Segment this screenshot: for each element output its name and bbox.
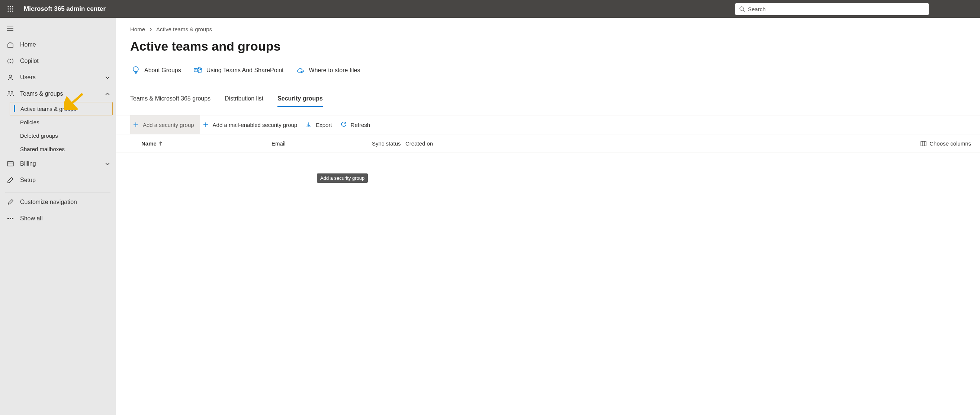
- svg-point-2: [12, 6, 13, 7]
- chevron-up-icon: [105, 91, 110, 97]
- info-link-label: Where to store files: [309, 67, 360, 74]
- column-label: Name: [141, 140, 157, 147]
- sidebar-item-setup[interactable]: Setup: [0, 172, 116, 188]
- svg-point-6: [8, 10, 8, 11]
- sidebar-subitem-shared-mailboxes[interactable]: Shared mailboxes: [0, 142, 116, 156]
- cmd-label: Add a mail-enabled security group: [213, 122, 298, 128]
- svg-point-1: [10, 6, 11, 7]
- column-header-sync[interactable]: Sync status: [372, 140, 406, 147]
- column-label: Email: [272, 140, 286, 147]
- customize-icon: [7, 198, 14, 206]
- sidebar-item-label: Customize navigation: [20, 199, 110, 206]
- more-icon: [7, 215, 14, 222]
- sort-asc-icon: [159, 141, 162, 146]
- nav-collapse-button[interactable]: [0, 20, 116, 37]
- sidebar-item-users[interactable]: Users: [0, 69, 116, 86]
- app-title: Microsoft 365 admin center: [24, 5, 106, 13]
- svg-point-8: [12, 10, 13, 11]
- download-icon: [305, 121, 312, 128]
- cmd-label: Export: [316, 122, 332, 128]
- copilot-icon: [7, 57, 14, 65]
- search-box[interactable]: [735, 3, 929, 15]
- sidebar-item-customize[interactable]: Customize navigation: [0, 194, 116, 210]
- waffle-icon: [8, 6, 13, 12]
- svg-point-7: [10, 10, 11, 11]
- svg-point-19: [8, 218, 9, 219]
- add-security-group-button[interactable]: Add a security group: [130, 115, 200, 134]
- info-link-label: Using Teams And SharePoint: [207, 67, 284, 74]
- app-launcher-button[interactable]: [3, 2, 18, 16]
- svg-point-14: [9, 75, 12, 78]
- sidebar-item-billing[interactable]: Billing: [0, 156, 116, 172]
- teams-icon: T: [194, 66, 202, 75]
- sidebar-item-teams-groups[interactable]: Teams & groups: [0, 86, 116, 102]
- groups-icon: [7, 90, 14, 97]
- info-links-row: About Groups T Using Teams And SharePoin…: [116, 66, 980, 75]
- svg-point-29: [200, 68, 202, 70]
- sidebar-subitem-active-teams[interactable]: Active teams & groups: [10, 102, 113, 115]
- users-icon: [7, 74, 14, 81]
- sidebar-item-label: Billing: [20, 160, 99, 167]
- command-bar: Add a security group Add a mail-enabled …: [116, 115, 980, 134]
- refresh-button[interactable]: Refresh: [338, 115, 376, 134]
- svg-rect-39: [921, 141, 926, 146]
- tab-distribution-list[interactable]: Distribution list: [224, 95, 263, 107]
- add-mail-security-group-button[interactable]: Add a mail-enabled security group: [200, 115, 304, 134]
- column-label: Created on: [406, 140, 433, 147]
- chevron-down-icon: [105, 75, 110, 80]
- search-icon: [739, 6, 745, 12]
- sidebar-subitem-label: Policies: [20, 119, 40, 125]
- lightbulb-icon: [132, 66, 140, 75]
- chevron-right-icon: [149, 27, 153, 31]
- svg-point-15: [8, 91, 10, 93]
- svg-point-20: [10, 218, 11, 219]
- svg-point-3: [8, 8, 8, 9]
- sidebar-subitem-label: Active teams & groups: [21, 106, 76, 112]
- sidebar-subitem-policies[interactable]: Policies: [0, 115, 116, 129]
- table-header-row: Name Email Sync status Created on Choose…: [116, 134, 980, 153]
- setup-icon: [7, 176, 14, 184]
- svg-point-21: [12, 218, 13, 219]
- choose-columns-button[interactable]: Choose columns: [921, 140, 971, 147]
- info-link-about-groups[interactable]: About Groups: [132, 66, 181, 75]
- chevron-down-icon: [105, 161, 110, 167]
- top-header: Microsoft 365 admin center: [0, 0, 980, 18]
- svg-point-16: [11, 91, 13, 93]
- tab-teams-m365[interactable]: Teams & Microsoft 365 groups: [130, 95, 210, 107]
- cmd-label: Refresh: [351, 122, 371, 128]
- search-input[interactable]: [748, 6, 925, 12]
- sidebar-divider: [5, 192, 110, 192]
- breadcrumb-current: Active teams & groups: [156, 26, 212, 32]
- info-link-teams-sharepoint[interactable]: T Using Teams And SharePoint: [194, 66, 284, 75]
- page-title: Active teams and groups: [116, 39, 980, 54]
- svg-rect-17: [8, 161, 13, 166]
- billing-icon: [7, 160, 14, 168]
- tab-label: Security groups: [277, 95, 323, 102]
- sidebar-item-show-all[interactable]: Show all: [0, 210, 116, 227]
- plus-icon: [202, 121, 209, 128]
- column-header-email[interactable]: Email: [272, 140, 372, 147]
- hamburger-icon: [7, 26, 13, 31]
- column-header-created[interactable]: Created on: [406, 140, 457, 147]
- sidebar-subitem-label: Shared mailboxes: [20, 146, 65, 152]
- cloud-icon: [296, 66, 305, 75]
- info-link-store-files[interactable]: Where to store files: [296, 66, 360, 75]
- export-button[interactable]: Export: [303, 115, 338, 134]
- sidebar-item-label: Setup: [20, 177, 110, 184]
- tab-security-groups[interactable]: Security groups: [277, 95, 323, 107]
- tab-label: Distribution list: [224, 95, 263, 102]
- refresh-icon: [340, 121, 347, 128]
- columns-icon: [921, 141, 926, 146]
- column-header-name[interactable]: Name: [141, 140, 272, 147]
- sidebar-subitem-deleted-groups[interactable]: Deleted groups: [0, 129, 116, 142]
- breadcrumb: Home Active teams & groups: [116, 26, 980, 32]
- sidebar-subitem-label: Deleted groups: [20, 132, 58, 139]
- sidebar-item-home[interactable]: Home: [0, 37, 116, 53]
- svg-point-5: [12, 8, 13, 9]
- tabs-row: Teams & Microsoft 365 groups Distributio…: [116, 95, 980, 107]
- sidebar-item-copilot[interactable]: Copilot: [0, 53, 116, 69]
- svg-point-4: [10, 8, 11, 9]
- breadcrumb-root[interactable]: Home: [130, 26, 145, 32]
- sidebar-item-label: Teams & groups: [20, 91, 99, 97]
- svg-text:T: T: [195, 69, 197, 72]
